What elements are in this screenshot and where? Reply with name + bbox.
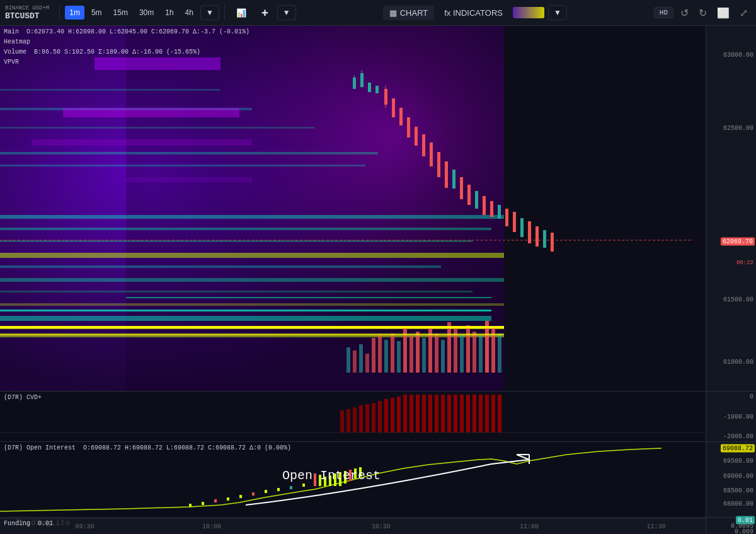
svg-rect-37 (437, 152, 440, 177)
svg-rect-93 (397, 397, 401, 432)
time-1100: 11:00 (520, 523, 539, 530)
indicators-btn[interactable]: fx INDICATORS (438, 6, 509, 20)
main-chart-svg (0, 26, 706, 392)
svg-rect-6 (0, 253, 504, 258)
redo-btn[interactable]: ↻ (696, 6, 710, 20)
svg-rect-119 (277, 488, 280, 491)
svg-rect-107 (485, 395, 489, 432)
svg-rect-76 (485, 321, 489, 373)
svg-rect-74 (472, 332, 476, 373)
svg-rect-81 (0, 310, 491, 311)
svg-rect-41 (467, 185, 471, 205)
hd-badge: HD (654, 7, 673, 18)
time-1030: 10:30 (372, 523, 391, 530)
svg-rect-31 (392, 98, 395, 117)
svg-rect-108 (491, 395, 495, 432)
time-axis: 09:30 10:00 10:30 11:00 11:30 (0, 518, 706, 534)
svg-rect-9 (0, 291, 472, 293)
svg-rect-113 (202, 502, 204, 505)
chart-mode-btn[interactable]: ▦ CHART (383, 6, 435, 20)
svg-rect-51 (543, 230, 546, 248)
svg-rect-16 (0, 127, 315, 129)
time-0930: 09:30 (75, 523, 94, 530)
chart-type-btn[interactable]: 📊 (230, 6, 253, 20)
svg-rect-75 (479, 336, 483, 373)
svg-rect-33 (407, 117, 410, 137)
chart-icon: ▦ (389, 8, 397, 18)
svg-rect-105 (472, 395, 476, 432)
drawing-btn[interactable]: ✚ (255, 6, 275, 20)
right-funding-axis: 0.01 0.0095 0.009 (706, 518, 756, 534)
svg-rect-54 (346, 347, 350, 373)
color-dropdown[interactable]: ▼ (548, 5, 567, 20)
price-63000: 63000.00 (723, 52, 753, 59)
oi-current: 69088.72 (721, 444, 755, 452)
cvd-chart-svg (0, 392, 706, 442)
timeframe-5m[interactable]: 5m (87, 6, 106, 20)
funding-label: Funding 0.01 (4, 520, 53, 527)
svg-rect-58 (372, 338, 375, 373)
svg-rect-100 (441, 395, 445, 432)
svg-rect-118 (265, 490, 267, 493)
right-price-axis: 63000.00 62500.00 62069.70 00:22 61500.0… (706, 26, 756, 534)
indicators-label: fx INDICATORS (444, 8, 503, 18)
svg-rect-61 (391, 334, 394, 373)
chart-area: Main O:62073.40 H:62098.00 L:62045.00 C:… (0, 26, 706, 534)
main-layout: Main O:62073.40 H:62098.00 L:62045.00 C:… (0, 26, 756, 534)
svg-rect-65 (416, 332, 420, 373)
toolbar-left: BINANCE USD•M BTCUSDT 1m 5m 15m 30m 1h 4… (5, 5, 296, 21)
toolbar-right: HD ↺ ↻ ⬜ ⤢ (654, 6, 751, 20)
svg-rect-11 (0, 316, 491, 321)
timeframe-1m[interactable]: 1m (65, 6, 84, 20)
svg-rect-69 (441, 340, 445, 373)
svg-rect-27 (368, 83, 371, 92)
drawing-dropdown[interactable]: ▼ (277, 5, 296, 20)
cvd-1000: -1000.00 (723, 413, 753, 420)
timeframe-30m[interactable]: 30m (135, 6, 158, 20)
layout-btn[interactable]: ⬜ (714, 6, 733, 20)
svg-rect-18 (0, 89, 220, 91)
svg-rect-106 (479, 395, 483, 432)
timeframe-15m[interactable]: 15m (109, 6, 132, 20)
svg-rect-28 (375, 86, 379, 93)
svg-rect-90 (378, 401, 382, 432)
main-label: Main (4, 28, 19, 35)
cvd-0: 0 (750, 393, 753, 400)
panel-oi: (D7R) Open Interest O:69088.72 H:69088.7… (0, 442, 706, 518)
svg-rect-14 (0, 152, 378, 154)
svg-rect-36 (430, 142, 433, 166)
undo-btn[interactable]: ↺ (677, 6, 692, 20)
separator-2 (224, 5, 225, 20)
panel-funding: Funding 0.01 ⚡ TradingLite 09:30 10:00 1… (0, 518, 706, 534)
symbol-info: BINANCE USD•M BTCUSDT (5, 5, 49, 21)
timeframe-1h[interactable]: 1h (161, 6, 178, 20)
right-main-axis: 63000.00 62500.00 62069.70 00:22 61500.0… (706, 26, 756, 392)
time-1130: 11:30 (647, 523, 666, 530)
timeframe-4h[interactable]: 4h (181, 6, 198, 20)
svg-rect-35 (422, 134, 425, 156)
svg-rect-117 (252, 492, 255, 496)
svg-rect-79 (0, 326, 504, 328)
oi-68500: 68500.00 (723, 487, 753, 494)
svg-rect-98 (428, 395, 432, 432)
exchange-label: BINANCE USD•M (5, 5, 49, 11)
svg-rect-73 (466, 325, 470, 373)
time-1000: 10:00 (202, 523, 221, 530)
svg-rect-15 (0, 165, 365, 166)
time-countdown: 00:22 (736, 260, 753, 266)
svg-rect-120 (290, 486, 292, 489)
timeframe-dropdown[interactable]: ▼ (200, 5, 219, 20)
svg-rect-40 (460, 177, 463, 199)
cvd-2000: -2000.00 (723, 433, 753, 440)
fullscreen-btn[interactable]: ⤢ (736, 6, 751, 20)
price-61000: 61000.00 (723, 358, 753, 365)
svg-rect-52 (551, 233, 554, 252)
oi-69500: 69500.00 (723, 457, 753, 464)
svg-rect-85 (346, 409, 350, 432)
svg-rect-42 (475, 191, 478, 209)
svg-rect-87 (359, 405, 363, 432)
svg-rect-64 (410, 336, 413, 373)
svg-rect-43 (483, 196, 486, 215)
oi-69000: 69000.00 (723, 472, 753, 479)
svg-rect-44 (490, 201, 493, 217)
